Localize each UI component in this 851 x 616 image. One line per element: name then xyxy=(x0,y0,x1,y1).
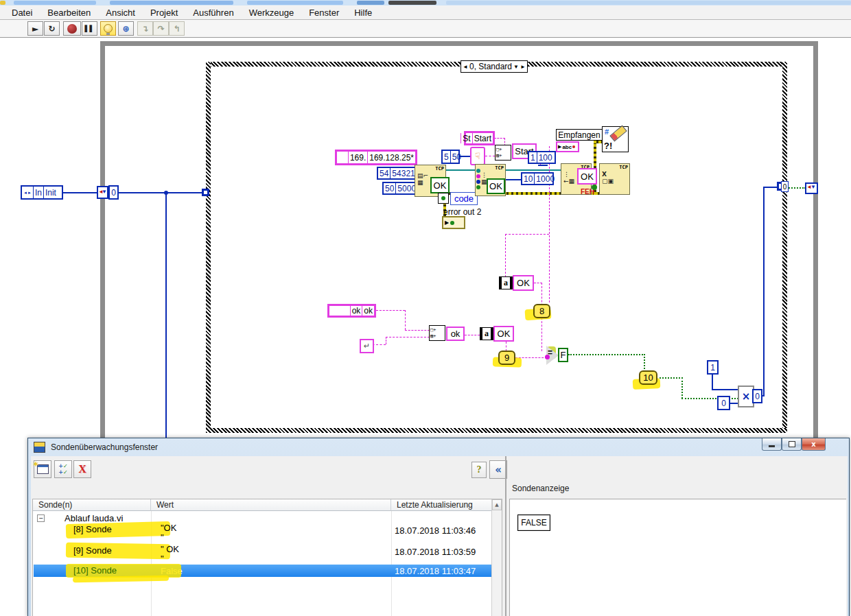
menu-werkzeuge[interactable]: Werkzeuge xyxy=(242,8,302,18)
case-next-icon[interactable]: ► xyxy=(520,64,526,70)
constant-1000[interactable]: 10 1000 xyxy=(521,172,554,185)
probe-ok-2[interactable]: OK xyxy=(487,178,505,194)
enum-constant-init[interactable]: ◄► In Init xyxy=(21,185,63,200)
shift-register-right[interactable]: ◄ ▼ xyxy=(805,182,818,194)
string-wire[interactable] xyxy=(494,138,505,139)
clear-errors-vi-icon[interactable]: # ?! xyxy=(602,126,629,152)
constant-0-select[interactable]: 0 xyxy=(717,396,730,410)
end-of-line-constant[interactable]: ↵ xyxy=(360,339,374,353)
retain-wire-values-button[interactable]: ⊕ xyxy=(118,21,134,36)
probe-ok-lower[interactable]: ok xyxy=(446,327,465,341)
probe-f[interactable]: F xyxy=(558,348,568,362)
empfangen-string-indicator[interactable]: ▶ abc xyxy=(556,141,579,152)
probe-row-name[interactable]: [9] Sonde xyxy=(73,545,112,556)
wait-ms-node[interactable]: ☟ xyxy=(470,147,485,165)
probe-ok-5[interactable]: OK xyxy=(493,326,514,342)
probe-ok-1[interactable]: OK xyxy=(430,177,450,193)
probe-ok-4[interactable]: OK xyxy=(513,275,534,291)
case-dropdown-icon[interactable]: ▼ xyxy=(513,64,519,70)
column-header-wert[interactable]: Wert xyxy=(151,499,391,511)
case-structure-border-right[interactable] xyxy=(782,62,787,433)
probe-0-select-out[interactable]: 0 xyxy=(752,389,762,403)
concatenate-strings-node-2[interactable]: □+ ▨+ xyxy=(429,325,445,341)
code-indicator[interactable]: code xyxy=(450,192,478,205)
menu-ausfuehren[interactable]: Ausführen xyxy=(185,8,241,18)
panel-splitter[interactable] xyxy=(505,456,506,616)
table-scrollbar[interactable]: ▲ xyxy=(491,499,502,616)
port-constant-54321[interactable]: 54 54321 xyxy=(377,167,417,180)
error-out-2-indicator[interactable]: ▶ xyxy=(442,216,465,229)
string-wire[interactable] xyxy=(506,342,506,351)
help-button[interactable]: ? xyxy=(471,462,487,478)
boolean-wire[interactable] xyxy=(656,377,683,379)
case-prev-icon[interactable]: ◄ xyxy=(463,64,468,70)
case-selector[interactable]: ◄ 0, Standard ▼ ► xyxy=(461,60,528,73)
step-over-button[interactable]: ↷ xyxy=(153,21,169,36)
minimize-button[interactable] xyxy=(762,438,782,451)
boolean-indicator-false[interactable]: FALSE xyxy=(517,514,550,531)
step-into-button[interactable]: ↴ xyxy=(137,21,153,36)
case-structure-border-left[interactable] xyxy=(206,62,211,433)
scroll-up-button[interactable]: ▲ xyxy=(492,499,502,510)
shift-register-left[interactable]: ◄ ▼ xyxy=(97,186,108,199)
menu-projekt[interactable]: Projekt xyxy=(143,8,185,18)
tcp-close-node[interactable]: TCP X▢▣ xyxy=(599,163,630,195)
to-upper-case-node-1[interactable]: a xyxy=(499,276,513,289)
string-wire[interactable] xyxy=(386,337,430,337)
add-probe-button[interactable]: +✓ +✓ xyxy=(54,460,72,478)
restore-button[interactable] xyxy=(782,438,802,451)
new-probe-window-button[interactable]: * xyxy=(34,460,51,478)
probe-9[interactable]: 9 xyxy=(498,351,515,365)
abort-button[interactable] xyxy=(63,21,81,36)
string-wire[interactable] xyxy=(505,234,549,235)
wire[interactable] xyxy=(763,187,765,396)
wire[interactable] xyxy=(165,193,167,440)
concatenate-strings-node-1[interactable]: □+ ▨+ xyxy=(495,145,511,161)
wire[interactable] xyxy=(712,375,713,390)
wire[interactable] xyxy=(538,165,548,166)
boolean-wire[interactable] xyxy=(568,354,645,355)
probe-ok-3[interactable]: OK xyxy=(577,168,597,185)
wire[interactable] xyxy=(763,187,778,188)
string-wire[interactable] xyxy=(405,330,430,331)
case-structure-border-bottom[interactable] xyxy=(206,428,787,433)
run-button[interactable]: ► xyxy=(27,21,43,36)
boolean-wire[interactable] xyxy=(681,377,683,399)
ok-string-constant[interactable]: ok ok xyxy=(327,304,376,318)
delete-probe-button[interactable]: X xyxy=(73,460,91,478)
timeout-constant-50[interactable]: 5 50 xyxy=(441,150,460,164)
boolean-wire[interactable] xyxy=(786,187,806,189)
string-wire[interactable] xyxy=(405,310,406,330)
constant-1-select[interactable]: 1 xyxy=(707,360,719,375)
menu-hilfe[interactable]: Hilfe xyxy=(347,8,380,18)
probe-row-name[interactable]: [10] Sonde xyxy=(73,565,117,576)
wire[interactable] xyxy=(712,389,738,390)
enum-increment-icon[interactable]: ◄► xyxy=(22,187,34,198)
to-upper-case-node-2[interactable]: a xyxy=(480,327,493,340)
string-wire[interactable] xyxy=(376,310,405,311)
start-string-constant[interactable]: St Start xyxy=(464,131,495,145)
while-loop-border-top[interactable] xyxy=(100,41,818,46)
run-continuous-button[interactable]: ↻ xyxy=(44,21,60,36)
string-wire[interactable] xyxy=(386,337,386,344)
tree-root-label[interactable]: Ablauf lauda.vi xyxy=(65,513,123,523)
column-header-sonde[interactable]: Sonde(n) xyxy=(33,499,151,511)
ip-string-constant[interactable]: 169. 169.128.25* xyxy=(335,150,417,165)
tree-expander[interactable]: − xyxy=(37,514,45,522)
menu-fenster[interactable]: Fenster xyxy=(301,8,347,18)
wire[interactable] xyxy=(118,192,203,193)
probe-indicator-0-left[interactable]: 0 xyxy=(108,185,119,200)
string-wire[interactable] xyxy=(549,146,550,303)
string-wire[interactable] xyxy=(505,234,506,277)
highlight-execution-button[interactable] xyxy=(100,21,116,36)
probe-0-tunnel[interactable]: 0 xyxy=(781,181,789,192)
menu-datei[interactable]: Datei xyxy=(4,8,40,18)
constant-100[interactable]: 1 100 xyxy=(528,151,556,164)
menu-bearbeiten[interactable]: Bearbeiten xyxy=(40,8,98,18)
string-wire[interactable] xyxy=(465,335,480,335)
while-loop-border-right[interactable] xyxy=(813,41,818,439)
pause-button[interactable]: ▌▌ xyxy=(82,21,97,36)
boolean-wire[interactable] xyxy=(644,354,645,372)
close-button[interactable]: x xyxy=(802,438,826,451)
step-out-button[interactable]: ↰ xyxy=(169,21,185,36)
